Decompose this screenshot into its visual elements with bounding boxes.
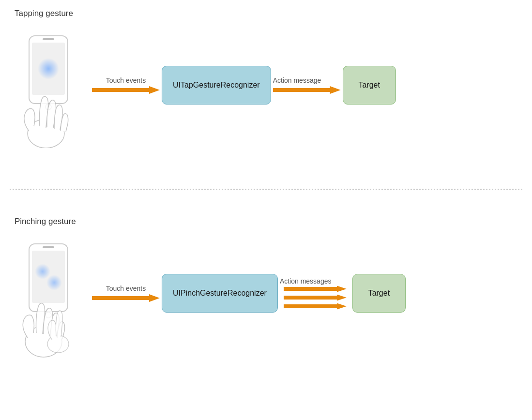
- arrow-pinch-1: [284, 286, 347, 292]
- pinch-phone-svg: [15, 240, 92, 366]
- svg-point-10: [35, 264, 50, 279]
- action-msg-group-tap: Action message: [273, 76, 341, 94]
- tap-recognizer-label: UITapGestureRecognizer: [173, 81, 260, 90]
- pinching-flow: Touch events UIPinchGestureRecognizer Ac…: [15, 240, 517, 346]
- triple-arrows: [284, 286, 347, 310]
- tapping-section: Tapping gesture: [0, 0, 532, 143]
- pinching-phone: [15, 240, 92, 346]
- arrow-pinch-2: [284, 295, 347, 301]
- pinch-recognizer-label: UIPinchGestureRecognizer: [173, 289, 267, 298]
- touch-events-group-tap: Touch events: [92, 76, 160, 94]
- touch-events-label-tap: Touch events: [106, 76, 146, 84]
- pinching-section: Pinching gesture: [0, 208, 532, 351]
- svg-rect-7: [32, 251, 65, 303]
- tap-target-label: Target: [358, 81, 380, 90]
- pinch-recognizer-box: UIPinchGestureRecognizer: [162, 274, 278, 313]
- action-msgs-group-pinch: Action messages: [280, 277, 350, 310]
- phone-svg: [15, 32, 92, 148]
- action-message-label-tap: Action message: [273, 76, 321, 84]
- section-divider: [10, 189, 522, 190]
- tapping-phone: [15, 32, 92, 138]
- pinch-target-box: Target: [352, 274, 406, 313]
- tapping-title: Tapping gesture: [15, 9, 517, 18]
- action-messages-label-pinch: Action messages: [280, 277, 332, 285]
- pinching-title: Pinching gesture: [15, 217, 517, 226]
- svg-point-11: [46, 275, 62, 290]
- touch-events-label-pinch: Touch events: [106, 285, 146, 292]
- tapping-flow: Touch events UITapGestureRecognizer Acti…: [15, 32, 517, 138]
- touch-events-arrow-pinch: [92, 294, 160, 302]
- arrow-pinch-3: [284, 303, 347, 310]
- tap-target-box: Target: [343, 66, 396, 105]
- action-message-arrow-tap: [273, 86, 341, 94]
- touch-events-group-pinch: Touch events: [92, 285, 160, 302]
- svg-rect-2: [43, 38, 54, 40]
- pinch-target-label: Target: [368, 289, 390, 298]
- svg-rect-8: [43, 246, 54, 248]
- touch-events-arrow-tap: [92, 86, 160, 94]
- tap-recognizer-box: UITapGestureRecognizer: [162, 66, 271, 105]
- svg-point-4: [38, 58, 59, 79]
